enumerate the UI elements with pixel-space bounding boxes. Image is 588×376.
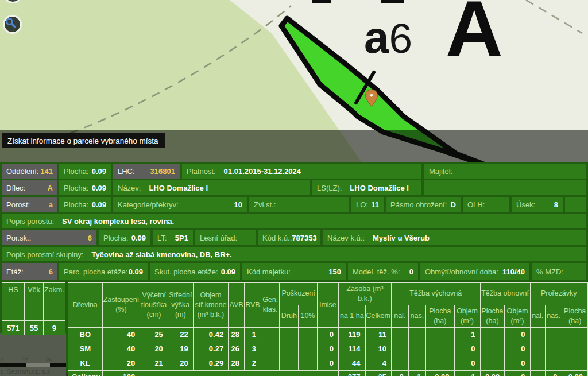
field-dilec: Dílec:A bbox=[2, 180, 57, 195]
col-subheader: nal. bbox=[391, 305, 408, 327]
field-plocha-4: Plocha:0.09 bbox=[99, 230, 150, 245]
field-label: Etáž: bbox=[6, 268, 24, 276]
species-name: BO bbox=[68, 327, 103, 342]
panel-row-7: Etáž:6 Parc. plocha etáže:0.09 Skut. plo… bbox=[0, 263, 588, 280]
field-plocha-3: Plocha:0.09 bbox=[59, 197, 111, 212]
col-header: Těžba obnovní bbox=[480, 283, 530, 305]
species-cell: 0.42 bbox=[193, 327, 228, 342]
hs-value: 571 bbox=[2, 321, 25, 335]
species-cell bbox=[408, 342, 425, 356]
col-subheader: na 1 ha bbox=[338, 305, 365, 327]
field-label: Porost: bbox=[6, 200, 30, 209]
species-cell bbox=[545, 356, 562, 370]
vek-value: 55 bbox=[25, 321, 44, 335]
species-cell: 20 bbox=[102, 356, 140, 370]
field-lo: LO:11 bbox=[351, 197, 384, 212]
col-subheader: Druh bbox=[280, 305, 299, 327]
field-popis-porostu: Popis porostu:SV okraj komplexu lesa, ro… bbox=[2, 214, 586, 228]
panel-row-5: Por.sk.:6 Plocha:0.09 LT:5P1 Lesní úřad:… bbox=[0, 230, 588, 245]
col-header: Zastoupení (%) bbox=[102, 283, 140, 328]
stand-summary-table: HS Věk Zakm. 571 55 9 bbox=[2, 282, 65, 335]
field-lslz: LS(LZ):LHO Domažlice I bbox=[312, 180, 421, 195]
species-cell: 20 bbox=[168, 356, 193, 370]
species-cell bbox=[545, 342, 562, 356]
field-label: Pásmo ohrožení: bbox=[390, 200, 447, 209]
col-header: Dřevina bbox=[68, 283, 103, 328]
copyright-glyph: c bbox=[1, 368, 4, 375]
species-cell: 2 bbox=[244, 356, 261, 370]
field-kod-majetku: Kód majetku:150 bbox=[242, 263, 346, 280]
species-cell bbox=[426, 327, 455, 342]
search-button[interactable] bbox=[3, 15, 22, 34]
species-cell: 1 bbox=[454, 327, 480, 342]
field-label: Plocha: bbox=[103, 234, 128, 242]
field-kod-ku: Kód k.ú.:787353 bbox=[258, 230, 320, 245]
footer-cell: 25 bbox=[365, 370, 391, 376]
scale-bar-segment bbox=[0, 363, 26, 367]
field-empty bbox=[565, 197, 586, 212]
field-value: 0.09 bbox=[92, 200, 106, 209]
species-cell: 0 bbox=[505, 356, 530, 370]
col-header: Výčetní tloušťka (cm) bbox=[140, 283, 168, 328]
species-cell bbox=[408, 356, 425, 370]
map-label-lot: A bbox=[446, 0, 503, 68]
field-label: OLH: bbox=[467, 200, 485, 209]
field-value: 316801 bbox=[150, 167, 175, 176]
species-cell: 119 bbox=[338, 327, 365, 342]
footer-label: Celkem: bbox=[68, 370, 103, 376]
field-lt: LT:5P1 bbox=[153, 230, 193, 245]
map-attribution[interactable]: Seznam.cz, a.s. bbox=[7, 368, 52, 375]
species-cell bbox=[391, 342, 408, 356]
field-porost: Porost:a bbox=[2, 197, 57, 212]
field-plocha-1: Plocha:0.09 bbox=[59, 164, 111, 179]
map-canvas[interactable]: * a6 A Získat informace o parcele vybran… bbox=[0, 0, 588, 162]
species-cell: 0 bbox=[454, 342, 480, 356]
species-cell bbox=[261, 327, 280, 342]
species-cell bbox=[299, 356, 318, 370]
col-subheader: Plocha (ha) bbox=[480, 305, 505, 327]
species-cell bbox=[280, 327, 299, 342]
field-label: % MZD: bbox=[536, 268, 563, 276]
field-skut-plocha: Skut. plocha etáže:0.09 bbox=[150, 263, 240, 280]
footer-cell: 1 bbox=[408, 370, 425, 376]
field-label: Plocha: bbox=[64, 200, 88, 209]
species-name: KL bbox=[68, 356, 103, 370]
sublot-number: 6 bbox=[389, 15, 412, 61]
table-header-row: HS Věk Zakm. bbox=[2, 283, 65, 321]
col-subheader: nal. bbox=[530, 305, 545, 327]
field-label: LT: bbox=[157, 234, 167, 242]
species-cell: 20 bbox=[140, 342, 168, 356]
table-footer-row: Celkem:10027725010.0910.00000.00 bbox=[68, 370, 588, 376]
panel-row-6: Popis porostní skupiny:Tyčovina až slabá… bbox=[0, 247, 588, 261]
col-subheader: Plocha (ha) bbox=[562, 305, 588, 327]
col-header: Těžba výchovná bbox=[391, 283, 480, 305]
footer-cell bbox=[530, 370, 545, 376]
scale-bar-segment bbox=[50, 363, 66, 367]
species-cell bbox=[408, 327, 425, 342]
field-oddeleni: Oddělení:141 bbox=[2, 164, 57, 179]
scale-bar-segment bbox=[26, 363, 50, 367]
field-parc-plocha: Parc. plocha etáže:0.09 bbox=[59, 263, 148, 280]
field-zvlst: Zvl.st.: bbox=[249, 197, 349, 212]
species-data-table: DřevinaZastoupení (%)Výčetní tloušťka (c… bbox=[68, 282, 588, 376]
field-value: 11 bbox=[371, 200, 379, 209]
col-subheader: Plocha (ha) bbox=[426, 305, 455, 327]
species-cell bbox=[280, 356, 299, 370]
scale-tick: 24 bbox=[47, 357, 52, 362]
field-value: 0.09 bbox=[131, 234, 146, 242]
species-cell: 11 bbox=[365, 327, 391, 342]
map-label-sublot: a6 bbox=[364, 15, 412, 60]
field-plocha-2: Plocha:0.09 bbox=[59, 180, 111, 195]
field-mzd: % MZD: bbox=[532, 263, 586, 280]
parcel-boundary-dashed-right bbox=[526, 0, 582, 33]
col-subheader: nas. bbox=[408, 305, 425, 327]
col-subheader: Objem (m³) bbox=[454, 305, 480, 327]
species-cell: 26 bbox=[229, 342, 245, 356]
field-label: Oddělení: bbox=[6, 167, 38, 176]
field-obmyti: Obmýtí/obnovní doba:110/40 bbox=[420, 263, 529, 280]
species-cell: 0 bbox=[317, 327, 338, 342]
field-empty bbox=[424, 180, 586, 195]
footer-cell: 277 bbox=[338, 370, 365, 376]
field-label: Název: bbox=[118, 184, 141, 192]
species-cell: 0 bbox=[454, 356, 480, 370]
